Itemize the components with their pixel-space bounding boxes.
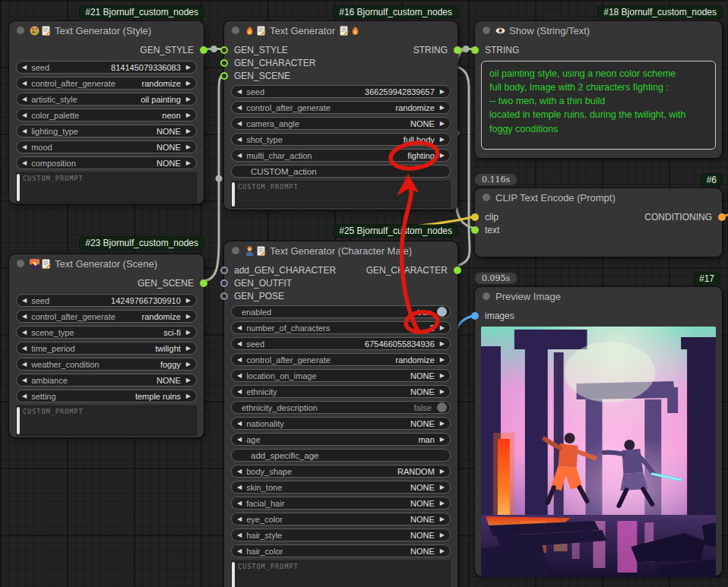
decrement-arrow-icon[interactable]: ◀	[237, 548, 242, 554]
toggle-knob[interactable]	[437, 402, 447, 412]
control_after_generate-widget[interactable]: ◀control_after_generaterandomize▶	[231, 101, 451, 114]
hair_style-widget[interactable]: ◀hair_styleNONE▶	[231, 529, 451, 541]
decrement-arrow-icon[interactable]: ◀	[237, 516, 242, 522]
node-header[interactable]: Preview Image	[475, 287, 722, 305]
collapse-dot[interactable]	[483, 292, 490, 300]
ambiance-widget[interactable]: ◀ambianceNONE▶	[16, 374, 197, 387]
increment-arrow-icon[interactable]: ▶	[186, 65, 191, 71]
decrement-arrow-icon[interactable]: ◀	[237, 105, 242, 111]
increment-arrow-icon[interactable]: ▶	[186, 96, 191, 103]
decrement-arrow-icon[interactable]: ◀	[237, 421, 242, 427]
skin_tone-widget[interactable]: ◀skin_toneNONE▶	[231, 481, 451, 494]
GEN_CHARACTER-input-port[interactable]	[220, 59, 228, 67]
color_palette-widget[interactable]: ◀color_paletteneon▶	[16, 109, 197, 122]
decrement-arrow-icon[interactable]: ◀	[237, 373, 242, 379]
ethnicity_description-widget[interactable]: ethnicity_descriptionfalse	[231, 401, 451, 414]
seed-widget[interactable]: ◀seed814145079336083▶	[16, 61, 197, 74]
decrement-arrow-icon[interactable]: ◀	[22, 330, 27, 336]
time_period-widget[interactable]: ◀time_periodtwilight▶	[16, 342, 197, 355]
decrement-arrow-icon[interactable]: ◀	[237, 153, 242, 159]
increment-arrow-icon[interactable]: ▶	[440, 389, 445, 395]
collapse-dot[interactable]	[483, 194, 490, 201]
increment-arrow-icon[interactable]: ▶	[440, 516, 445, 522]
node-header[interactable]: CLIP Text Encode (Prompt)	[475, 188, 722, 207]
decrement-arrow-icon[interactable]: ◀	[22, 346, 27, 352]
decrement-arrow-icon[interactable]: ◀	[237, 532, 242, 538]
node-header[interactable]: Text Generator (Scene)	[9, 254, 204, 273]
increment-arrow-icon[interactable]: ▶	[440, 341, 445, 347]
increment-arrow-icon[interactable]: ▶	[440, 89, 445, 95]
increment-arrow-icon[interactable]: ▶	[186, 144, 191, 150]
node-header[interactable]: Text Generator (Character Male)	[224, 241, 457, 260]
increment-arrow-icon[interactable]: ▶	[186, 314, 191, 320]
lighting_type-widget[interactable]: ◀lighting_typeNONE▶	[16, 125, 197, 137]
increment-arrow-icon[interactable]: ▶	[440, 121, 445, 127]
increment-arrow-icon[interactable]: ▶	[440, 469, 445, 475]
enabled-widget[interactable]: enabledtrue	[231, 305, 451, 318]
increment-arrow-icon[interactable]: ▶	[440, 325, 445, 331]
hair_color-widget[interactable]: ◀hair_colorNONE▶	[231, 544, 451, 557]
setting-widget[interactable]: ◀settingtemple ruins▶	[16, 390, 197, 402]
increment-arrow-icon[interactable]: ▶	[186, 80, 191, 87]
CUSTOM_action-widget[interactable]: CUSTOM_action	[231, 165, 451, 178]
node-show-string-text[interactable]: Show (String/Text) STRING oil painting s…	[475, 21, 722, 158]
STRING-output-port[interactable]	[454, 46, 461, 54]
increment-arrow-icon[interactable]: ▶	[186, 112, 191, 118]
decrement-arrow-icon[interactable]: ◀	[237, 437, 242, 443]
shot_type-widget[interactable]: ◀shot_typefull body▶	[231, 133, 451, 146]
collapse-dot[interactable]	[232, 247, 239, 254]
increment-arrow-icon[interactable]: ▶	[186, 298, 191, 304]
decrement-arrow-icon[interactable]: ◀	[237, 389, 242, 395]
GEN_STYLE-output-port[interactable]	[200, 46, 207, 54]
increment-arrow-icon[interactable]: ▶	[440, 484, 445, 491]
decrement-arrow-icon[interactable]: ◀	[237, 500, 242, 507]
increment-arrow-icon[interactable]: ▶	[440, 500, 445, 507]
increment-arrow-icon[interactable]: ▶	[186, 330, 191, 336]
increment-arrow-icon[interactable]: ▶	[440, 437, 445, 443]
body_shape-widget[interactable]: ◀body_shapeRANDOM▶	[231, 465, 451, 478]
custom-prompt-textarea[interactable]: CUSTOM_PROMPT	[231, 181, 451, 208]
artistic_style-widget[interactable]: ◀artistic_styleoil painting▶	[16, 93, 197, 106]
decrement-arrow-icon[interactable]: ◀	[22, 298, 27, 304]
decrement-arrow-icon[interactable]: ◀	[22, 377, 27, 383]
mood-widget[interactable]: ◀moodNONE▶	[16, 140, 197, 153]
text-input-port[interactable]	[471, 226, 479, 234]
decrement-arrow-icon[interactable]: ◀	[237, 325, 242, 331]
node-header[interactable]: Show (String/Text)	[475, 21, 722, 39]
collapse-dot[interactable]	[17, 27, 24, 34]
node-clip-text-encode[interactable]: CLIP Text Encode (Prompt) cliptextCONDIT…	[475, 188, 722, 257]
increment-arrow-icon[interactable]: ▶	[440, 548, 445, 554]
decrement-arrow-icon[interactable]: ◀	[22, 144, 27, 150]
control_after_generate-widget[interactable]: ◀control_after_generaterandomize▶	[16, 77, 197, 90]
control_after_generate-widget[interactable]: ◀control_after_generaterandomize▶	[16, 310, 197, 323]
decrement-arrow-icon[interactable]: ◀	[22, 160, 27, 166]
collapse-dot[interactable]	[17, 260, 24, 267]
increment-arrow-icon[interactable]: ▶	[440, 532, 445, 538]
decrement-arrow-icon[interactable]: ◀	[22, 314, 27, 320]
seed-widget[interactable]: ◀seed366259942839657▶	[231, 85, 451, 98]
GEN_SCENE-input-port[interactable]	[220, 72, 228, 80]
collapse-dot[interactable]	[483, 27, 490, 34]
seed-widget[interactable]: ◀seed142497667309910▶	[16, 294, 197, 307]
decrement-arrow-icon[interactable]: ◀	[237, 341, 242, 347]
custom-prompt-textarea[interactable]: CUSTOM_PROMPT	[16, 172, 197, 203]
custom-prompt-textarea[interactable]: CUSTOM_PROMPT	[16, 406, 197, 436]
add_specific_age-widget[interactable]: add_specific_age	[231, 449, 451, 462]
decrement-arrow-icon[interactable]: ◀	[22, 80, 27, 87]
control_after_generate-widget[interactable]: ◀control_after_generaterandomize▶	[231, 353, 451, 366]
ethnicity-widget[interactable]: ◀ethnicityNONE▶	[231, 385, 451, 398]
collapse-dot[interactable]	[232, 27, 239, 34]
decrement-arrow-icon[interactable]: ◀	[237, 469, 242, 475]
decrement-arrow-icon[interactable]: ◀	[237, 357, 242, 363]
increment-arrow-icon[interactable]: ▶	[440, 357, 445, 363]
seed-widget[interactable]: ◀seed675466055834936▶	[231, 337, 451, 350]
decrement-arrow-icon[interactable]: ◀	[22, 128, 27, 134]
increment-arrow-icon[interactable]: ▶	[440, 153, 445, 159]
decrement-arrow-icon[interactable]: ◀	[22, 96, 27, 103]
GEN_POSE-input-port[interactable]	[220, 292, 228, 300]
node-preview-image[interactable]: Preview Image images	[475, 287, 722, 576]
toggle-knob[interactable]	[437, 307, 447, 317]
GEN_CHARACTER-output-port[interactable]	[454, 267, 461, 274]
composition-widget[interactable]: ◀compositionNONE▶	[16, 156, 197, 169]
decrement-arrow-icon[interactable]: ◀	[22, 112, 27, 118]
